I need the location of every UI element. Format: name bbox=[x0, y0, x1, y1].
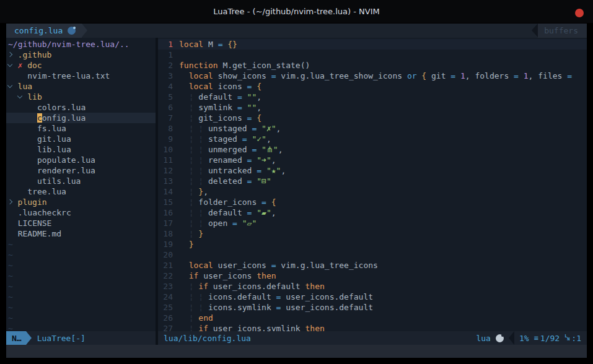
empty-line-marker: ~ bbox=[6, 323, 156, 331]
titlebar: LuaTree - (~/github/nvim-tree.lua) - NVI… bbox=[0, 0, 593, 23]
code-line[interactable]: 2function M.get_icon_state() bbox=[158, 60, 587, 71]
tree-item-label: config.lua bbox=[37, 113, 86, 123]
tree-item-utils-lua[interactable]: utils.lua bbox=[6, 176, 156, 186]
tree-item-populate-lua[interactable]: populate.lua bbox=[6, 155, 156, 165]
code-line[interactable]: 11 ¦ ¦ renamed = "➜", bbox=[158, 155, 587, 165]
code-line-text: ¦ end bbox=[179, 313, 587, 323]
indent-guide: ¦ bbox=[189, 292, 194, 301]
code-line[interactable]: 22 if user_icons then bbox=[158, 271, 587, 281]
statusline-plugin-title: LuaTree[-] bbox=[32, 331, 86, 345]
code-line[interactable]: 1 bbox=[158, 50, 587, 60]
code-line[interactable]: 16 ¦ ¦ default = "▰", bbox=[158, 207, 587, 218]
code-line[interactable]: 26 ¦ end bbox=[158, 313, 587, 323]
mode-indicator: N… bbox=[6, 331, 32, 345]
code-line[interactable]: 27 ¦ if user_icons.symlink then bbox=[158, 323, 587, 331]
line-number: 23 bbox=[158, 281, 179, 292]
tree-item-tree-lua[interactable]: tree.lua bbox=[6, 186, 156, 197]
code-line[interactable]: 9 ¦ ¦ staged = "✓", bbox=[158, 134, 587, 144]
code-line[interactable]: 13 ¦ ¦ deleted = "⊟" bbox=[158, 176, 587, 186]
command-line[interactable] bbox=[6, 345, 587, 358]
tree-item-lib-lua[interactable]: lib.lua bbox=[6, 144, 156, 155]
terminal-content: config.lua buffers ~/github/nvim-tree.lu… bbox=[6, 24, 587, 358]
tab-config-lua[interactable]: config.lua bbox=[6, 24, 82, 38]
tree-item-lua[interactable]: lua bbox=[6, 81, 156, 92]
code-line[interactable]: 24 ¦ ¦ icons.default = user_icons.defaul… bbox=[158, 292, 587, 302]
code-line[interactable]: 7 ¦ git_icons = { bbox=[158, 113, 587, 123]
tree-item-label: .github bbox=[18, 50, 52, 59]
code-line-text: ¦ default = "", bbox=[179, 92, 587, 102]
indent-guide: ¦ bbox=[189, 282, 194, 291]
code-line[interactable]: 20 bbox=[158, 249, 587, 260]
tree-item-git-lua[interactable]: git.lua bbox=[6, 134, 156, 144]
buffers-label: buffers bbox=[544, 26, 578, 35]
tree-item-lib[interactable]: lib bbox=[6, 92, 156, 102]
line-number: 4 bbox=[158, 81, 179, 92]
code-line[interactable]: 1local M = {} bbox=[158, 39, 587, 50]
tree-item-renderer-lua[interactable]: renderer.lua bbox=[6, 165, 156, 176]
tree-item-github[interactable]: .github bbox=[6, 50, 156, 60]
code-line[interactable]: 6 ¦ symlink = "", bbox=[158, 102, 587, 113]
tree-item-colors-lua[interactable]: colors.lua bbox=[6, 102, 156, 113]
statusline-buffer: lua/lib/config.lua lua 1% ≡ 1/92 LN :1 bbox=[158, 331, 587, 345]
empty-line-marker: ~ bbox=[6, 302, 156, 313]
indent-guide: ¦ bbox=[198, 292, 203, 301]
code-line-text: ¦ if user_icons.symlink then bbox=[179, 323, 587, 331]
indent-guide: ¦ bbox=[198, 124, 203, 133]
code-line[interactable]: 12 ¦ ¦ untracked = "★", bbox=[158, 165, 587, 176]
empty-line-marker: ~ bbox=[6, 292, 156, 302]
code-line-text: ¦ } bbox=[179, 228, 587, 239]
line-number: 5 bbox=[158, 92, 179, 102]
empty-line-marker: ~ bbox=[6, 281, 156, 292]
code-line[interactable]: 15 ¦ folder_icons = { bbox=[158, 197, 587, 207]
chevron-down-icon bbox=[18, 92, 28, 102]
tree-item-label: .luacheckrc bbox=[18, 208, 71, 217]
chevron-right-icon bbox=[8, 197, 18, 207]
code-line[interactable]: 23 ¦ if user_icons.default then bbox=[158, 281, 587, 292]
tree-root-path[interactable]: ~/github/nvim-tree.lua/.. bbox=[6, 39, 156, 50]
indent-guide: ¦ bbox=[189, 303, 194, 312]
tilde-marker: ~ bbox=[8, 261, 13, 270]
git-dirty-icon: ✗ bbox=[18, 60, 28, 71]
indent-guide: ¦ bbox=[189, 145, 194, 154]
tree-item-label: README.md bbox=[18, 229, 61, 238]
code-line[interactable]: 5 ¦ default = "", bbox=[158, 92, 587, 102]
tilde-marker: ~ bbox=[8, 292, 13, 301]
cursor-block: c bbox=[37, 113, 42, 123]
close-button[interactable] bbox=[575, 9, 584, 17]
mode-text: N… bbox=[6, 331, 26, 345]
code-line-text bbox=[179, 249, 587, 260]
indent-guide: ¦ bbox=[198, 155, 203, 165]
tab-label: config.lua bbox=[14, 26, 63, 35]
statusline-tree: N… LuaTree[-] bbox=[6, 331, 156, 345]
tree-item-luacheckrc[interactable]: .luacheckrc bbox=[6, 207, 156, 218]
tree-item-fs-lua[interactable]: fs.lua bbox=[6, 123, 156, 134]
code-line[interactable]: 25 ¦ ¦ icons.symlink = user_icons.defaul… bbox=[158, 302, 587, 313]
tree-item-doc[interactable]: ✗doc bbox=[6, 60, 156, 71]
statusline-filetype: lua bbox=[476, 334, 490, 343]
code-line[interactable]: 19 } bbox=[158, 239, 587, 249]
code-line[interactable]: 8 ¦ ¦ unstaged = "✗", bbox=[158, 123, 587, 134]
code-line[interactable]: 17 ¦ ¦ open = "▱" bbox=[158, 218, 587, 228]
code-line[interactable]: 10 ¦ ¦ unmerged = "⋔", bbox=[158, 144, 587, 155]
code-line-text: ¦ ¦ unmerged = "⋔", bbox=[179, 144, 587, 155]
tree-item-nvim-tree-lua-txt[interactable]: nvim-tree-lua.txt bbox=[6, 71, 156, 81]
code-line[interactable]: 14 ¦ }, bbox=[158, 186, 587, 197]
tree-item-config-lua[interactable]: config.lua bbox=[6, 113, 156, 123]
code-line[interactable]: 3 local show_icons = vim.g.lua_tree_show… bbox=[158, 71, 587, 81]
tree-item-license[interactable]: LICENSE bbox=[6, 218, 156, 228]
chevron-right-icon bbox=[8, 50, 18, 60]
code-line-text: ¦ ¦ renamed = "➜", bbox=[179, 155, 587, 165]
code-line-text: ¦ ¦ untracked = "★", bbox=[179, 165, 587, 176]
tree-item-readme-md[interactable]: README.md bbox=[6, 228, 156, 239]
tilde-marker: ~ bbox=[8, 313, 13, 323]
code-line[interactable]: 18 ¦ } bbox=[158, 228, 587, 239]
code-line-text: } bbox=[179, 239, 587, 249]
line-number: 8 bbox=[158, 123, 179, 134]
code-line[interactable]: 4 local icons = { bbox=[158, 81, 587, 92]
tree-item-plugin[interactable]: plugin bbox=[6, 197, 156, 207]
line-number: 21 bbox=[158, 260, 179, 271]
code-line[interactable]: 21 local user_icons = vim.g.lua_tree_ico… bbox=[158, 260, 587, 271]
code-line-text: ¦ if user_icons.default then bbox=[179, 281, 587, 292]
code-line-text: ¦ ¦ default = "▰", bbox=[179, 207, 587, 218]
line-number: 9 bbox=[158, 134, 179, 144]
